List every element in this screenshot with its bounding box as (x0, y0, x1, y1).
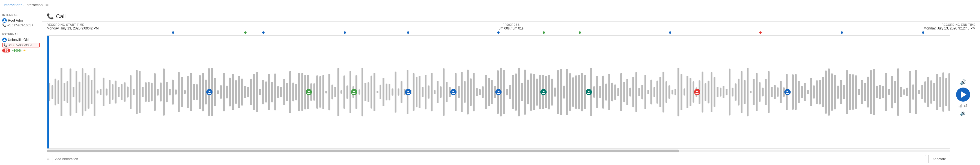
svg-rect-240 (765, 79, 766, 105)
svg-rect-70 (253, 74, 255, 110)
recording-end-label: RECORDING END TIME (923, 23, 975, 27)
waveform-dot (579, 31, 581, 34)
recording-end-value: Monday, July 13, 2020 9:12:43 PM (923, 27, 975, 30)
speed-bars (959, 104, 962, 107)
svg-rect-238 (759, 82, 760, 102)
svg-rect-231 (738, 79, 739, 105)
svg-rect-178 (578, 75, 580, 109)
external-person-icon (2, 38, 7, 42)
svg-rect-156 (512, 75, 514, 109)
copy-icon[interactable]: ⧉ (46, 3, 48, 7)
svg-rect-119 (401, 81, 402, 103)
svg-rect-47 (184, 90, 186, 94)
svg-rect-232 (741, 71, 743, 113)
svg-rect-163 (533, 74, 535, 110)
svg-rect-182 (590, 68, 592, 116)
svg-rect-234 (747, 68, 748, 116)
svg-rect-261 (828, 69, 830, 116)
svg-rect-87 (304, 75, 306, 110)
svg-rect-201 (648, 90, 649, 94)
svg-rect-206 (663, 72, 664, 113)
svg-rect-26 (121, 84, 123, 100)
svg-rect-5 (57, 80, 59, 104)
svg-rect-121 (407, 70, 408, 114)
waveform-dot (172, 31, 174, 34)
svg-rect-195 (629, 88, 631, 96)
svg-rect-223 (714, 77, 716, 107)
speed-control: x1 (959, 104, 967, 108)
breadcrumb-interactions-link[interactable]: Interactions (3, 3, 22, 7)
svg-rect-88 (307, 75, 309, 109)
play-button[interactable] (956, 88, 970, 102)
call-icon: 📞 (47, 13, 54, 20)
svg-rect-77 (274, 74, 276, 110)
volume-down-icon[interactable]: 🔉 (960, 110, 966, 116)
svg-rect-222 (711, 72, 712, 112)
svg-rect-243 (774, 85, 775, 99)
svg-rect-233 (744, 80, 746, 104)
waveform-dot (497, 31, 500, 34)
scroll-track[interactable] (47, 149, 950, 152)
waveform-dot (759, 31, 762, 34)
svg-rect-144 (476, 88, 477, 96)
svg-rect-42 (169, 89, 170, 96)
svg-rect-39 (160, 83, 162, 101)
call-header: 📞 Call (42, 10, 980, 22)
svg-rect-147 (485, 75, 487, 109)
annotation-input[interactable] (52, 155, 926, 163)
svg-rect-191 (617, 88, 619, 96)
svg-rect-203 (654, 87, 655, 97)
svg-rect-210 (675, 89, 676, 96)
score-negative: -52 (2, 49, 10, 52)
svg-rect-2 (48, 83, 50, 101)
waveform-main: ✏ Annotate (47, 30, 950, 165)
svg-rect-294 (928, 77, 929, 107)
svg-rect-84 (295, 84, 297, 101)
svg-rect-265 (840, 80, 842, 104)
waveform-svg-area[interactable] (47, 35, 950, 149)
score-star-icon: ★ (23, 49, 26, 52)
svg-rect-149 (491, 80, 493, 104)
svg-rect-138 (458, 86, 460, 98)
svg-rect-276 (873, 69, 875, 115)
internal-phone-number: +1 317-939-1081 (7, 24, 31, 27)
speed-bar-2 (960, 105, 961, 107)
speed-bar-3 (961, 104, 962, 107)
volume-up-icon[interactable]: 🔊 (960, 79, 966, 85)
svg-rect-181 (587, 91, 589, 93)
svg-rect-3 (51, 85, 53, 99)
progress-bar-left (47, 36, 49, 148)
speed-label: x1 (964, 104, 967, 108)
svg-rect-8 (67, 81, 68, 103)
svg-rect-189 (611, 83, 613, 101)
svg-rect-279 (882, 86, 884, 98)
svg-rect-271 (858, 89, 860, 95)
svg-rect-159 (521, 83, 523, 101)
svg-rect-126 (422, 87, 423, 97)
annotate-button[interactable]: Annotate (928, 155, 950, 163)
svg-rect-86 (301, 73, 303, 111)
external-person: Unionville ON (2, 38, 40, 42)
sidebar-divider (2, 30, 40, 30)
svg-rect-216 (693, 82, 694, 103)
info-icon[interactable]: ℹ (32, 23, 33, 27)
svg-rect-258 (819, 80, 821, 104)
svg-rect-127 (425, 75, 426, 110)
svg-rect-28 (127, 87, 128, 97)
svg-rect-7 (64, 83, 65, 101)
top-bar: Interactions / Interaction ⧉ (0, 0, 980, 10)
svg-rect-43 (172, 80, 173, 105)
svg-rect-6 (60, 68, 62, 116)
svg-rect-136 (452, 91, 453, 94)
main-layout: INTERNAL Root Admin 📞 +1 317-939-1081 ℹ … (0, 10, 980, 165)
external-phone-row: 📞 +1 905-968-3336 (2, 42, 40, 47)
svg-rect-237 (756, 73, 757, 111)
svg-rect-109 (371, 75, 372, 108)
svg-rect-244 (777, 88, 778, 97)
svg-rect-62 (229, 78, 231, 107)
svg-rect-273 (864, 83, 866, 101)
svg-rect-36 (151, 83, 153, 101)
waveform-container: ✏ Annotate 🔊 x1 (42, 30, 980, 165)
svg-rect-295 (930, 80, 932, 104)
svg-rect-199 (641, 85, 643, 99)
